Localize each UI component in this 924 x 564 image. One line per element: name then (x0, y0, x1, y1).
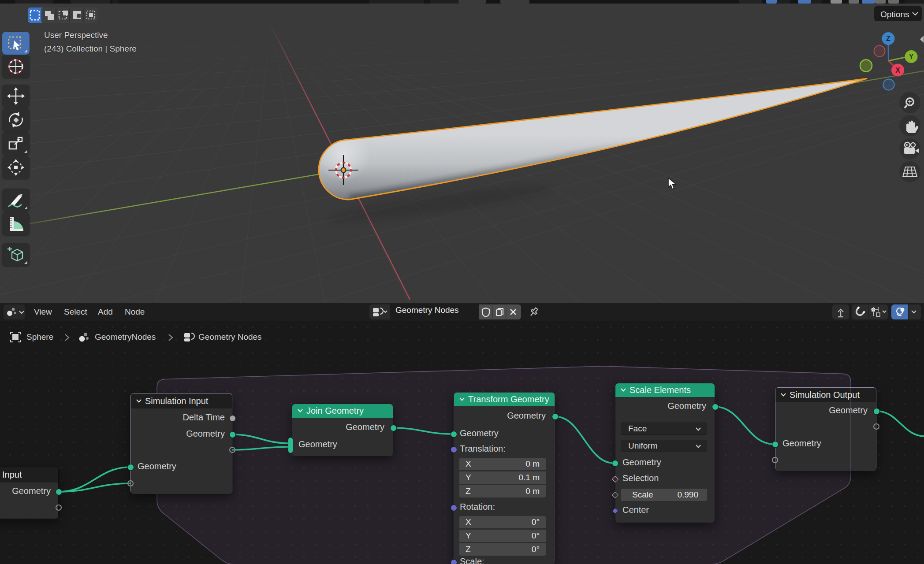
svg-text:X: X (895, 67, 900, 74)
svg-text:Z: Z (886, 35, 890, 42)
svg-text:Y: Y (909, 53, 914, 60)
